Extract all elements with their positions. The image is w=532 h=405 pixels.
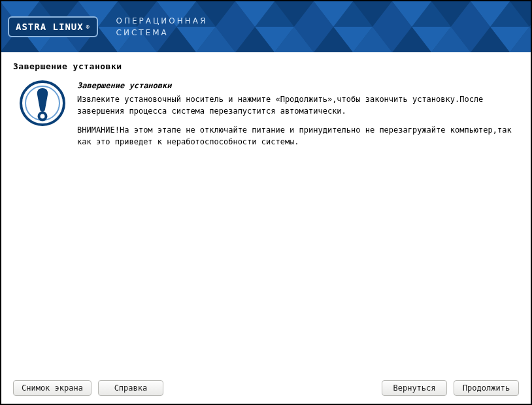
exclamation-icon	[20, 80, 65, 126]
continue-button[interactable]: Продолжить	[454, 380, 519, 396]
brand-name: ASTRA LINUX	[16, 22, 84, 32]
section-subtitle: Завершение установки	[77, 80, 519, 91]
page-title: Завершение установки	[13, 61, 519, 71]
header-subtitle: ОПЕРАЦИОННАЯ СИСТЕМА	[116, 15, 208, 39]
content-area: Завершение установки Завершение установк…	[1, 52, 531, 404]
body-row: Завершение установки Извлеките установоч…	[13, 80, 519, 155]
icon-column	[13, 80, 65, 155]
paragraph-1: Извлеките установочный носитель и нажмит…	[77, 94, 519, 117]
header-line1: ОПЕРАЦИОННАЯ	[116, 15, 208, 27]
help-button[interactable]: Справка	[98, 380, 163, 396]
brand-logo: ASTRA LINUX®	[8, 16, 98, 37]
button-gap	[170, 380, 375, 396]
header-banner: ASTRA LINUX® ОПЕРАЦИОННАЯ СИСТЕМА	[1, 1, 531, 52]
spacer	[13, 155, 519, 374]
text-column: Завершение установки Извлеките установоч…	[77, 80, 519, 155]
back-button[interactable]: Вернуться	[382, 380, 447, 396]
header-line2: СИСТЕМА	[116, 27, 208, 39]
logo-block: ASTRA LINUX® ОПЕРАЦИОННАЯ СИСТЕМА	[8, 15, 207, 39]
brand-reg: ®	[86, 24, 90, 30]
paragraph-2: ВНИМАНИЕ!На этом этапе не отключайте пит…	[77, 125, 519, 148]
button-bar: Снимок экрана Справка Вернуться Продолжи…	[13, 374, 519, 396]
installer-window: ASTRA LINUX® ОПЕРАЦИОННАЯ СИСТЕМА Заверш…	[0, 0, 532, 405]
screenshot-button[interactable]: Снимок экрана	[13, 380, 91, 396]
